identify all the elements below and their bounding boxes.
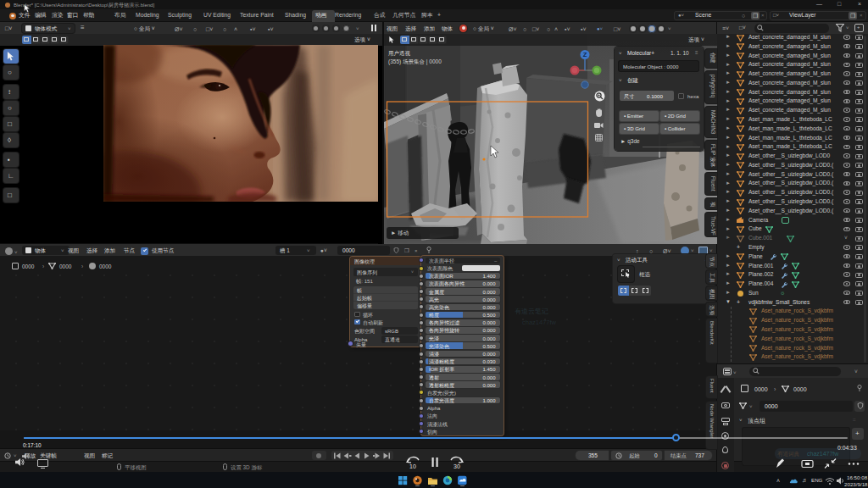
svg-text:30: 30: [453, 463, 460, 469]
svg-text:Z: Z: [583, 51, 587, 58]
svg-text:10: 10: [409, 463, 416, 469]
